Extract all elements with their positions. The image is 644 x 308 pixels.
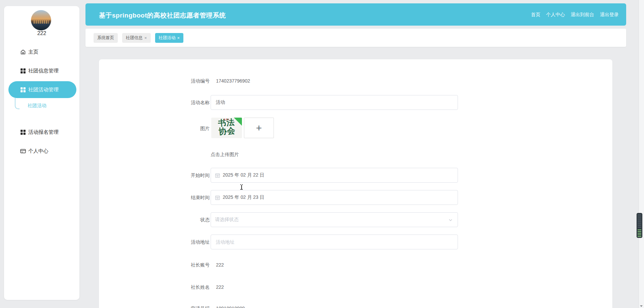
scrollbar-down-arrow-icon[interactable] (640, 305, 643, 307)
tab-club-activity[interactable]: 社团活动 × (155, 33, 184, 43)
home-icon (20, 49, 26, 55)
field-label: 开始时间 (99, 173, 210, 179)
address-input[interactable] (211, 235, 458, 249)
tab-label: 社团活动 (159, 35, 176, 41)
nav-link-logout[interactable]: 退出登录 (600, 12, 619, 18)
tab-system-home[interactable]: 系统首页 (94, 33, 118, 43)
activity-id-value: 1740237796902 (216, 78, 250, 84)
field-label: 活动名称 (99, 100, 210, 106)
start-time-datepicker[interactable]: 2025 年 02 月 22 日 (211, 168, 458, 183)
grid-icon (20, 68, 26, 74)
header-nav: 首页 个人中心 退出到前台 退出登录 (531, 12, 619, 18)
calendar-icon (215, 173, 220, 178)
page-title: 基于springboot的高校社团志愿者管理系统 (99, 11, 226, 20)
sidebar-item-home[interactable]: 主页 (4, 46, 79, 58)
field-label: 活动编号 (99, 78, 210, 84)
calendar-icon (215, 195, 220, 200)
sidebar-item-label: 社团信息管理 (28, 68, 59, 74)
close-icon[interactable]: × (177, 36, 180, 40)
field-label: 结束时间 (99, 195, 210, 201)
nav-link-exit-frontend[interactable]: 退出到前台 (571, 12, 594, 18)
end-time-value: 2025 年 02 月 23 日 (223, 194, 264, 201)
field-label: 电话号码 (99, 306, 210, 308)
scrollbar-track[interactable] (639, 0, 644, 308)
thumbnail-seal-marks (224, 119, 229, 120)
field-label: 社长账号 (99, 262, 210, 268)
end-time-datepicker[interactable]: 2025 年 02 月 23 日 (211, 190, 458, 205)
upload-hint: 点击上传图片 (211, 152, 239, 158)
nav-link-home[interactable]: 首页 (531, 12, 540, 18)
status-placeholder: 请选择状态 (215, 217, 239, 223)
sidebar-item-label: 个人中心 (28, 148, 48, 154)
field-label: 状态 (99, 217, 210, 223)
activity-name-input[interactable] (211, 95, 458, 110)
card-icon (20, 148, 26, 154)
sidebar: 222 主页 社团信息管理 社团活动管理 社团活动 (4, 6, 79, 300)
tab-club-info[interactable]: 社团信息 × (122, 33, 151, 43)
form-card: 活动编号 1740237796902 活动名称 图片 书法 协会 + 点击上传图… (99, 59, 612, 308)
submenu-connector-line (15, 98, 20, 109)
header: 基于springboot的高校社团志愿者管理系统 首页 个人中心 退出到前台 退… (85, 3, 626, 26)
sidebar-item-club-activity-mgmt[interactable]: 社团活动管理 (8, 81, 76, 98)
field-label: 图片 (99, 126, 210, 132)
sidebar-item-club-info[interactable]: 社团信息管理 (4, 65, 79, 77)
phone-value: 18918918989 (216, 306, 245, 308)
leader-name-value: 222 (216, 284, 224, 290)
sidebar-item-label: 活动报名管理 (28, 129, 59, 135)
minimap-green-stripes (638, 229, 641, 237)
nav-link-profile[interactable]: 个人中心 (546, 12, 565, 18)
sidebar-item-label: 社团活动管理 (28, 87, 59, 93)
grid-icon (20, 129, 26, 135)
tab-label: 社团信息 (126, 35, 143, 41)
scroll-minimap-widget[interactable] (637, 213, 642, 238)
avatar[interactable] (31, 10, 51, 30)
tab-label: 系统首页 (97, 35, 114, 41)
text-cursor-base (240, 189, 243, 190)
upload-image-button[interactable]: + (244, 118, 274, 138)
plus-icon: + (256, 123, 262, 133)
thumbnail-corner-badge (234, 118, 242, 126)
field-label: 社长姓名 (99, 284, 210, 290)
leader-account-value: 222 (216, 262, 224, 268)
minimap-stripes (638, 215, 641, 229)
sidebar-item-signup-mgmt[interactable]: 活动报名管理 (4, 126, 79, 138)
sidebar-item-profile[interactable]: 个人中心 (4, 145, 79, 157)
start-time-value: 2025 年 02 月 22 日 (223, 172, 264, 178)
sidebar-item-label: 主页 (28, 49, 38, 55)
field-label: 活动地址 (99, 239, 210, 245)
status-select[interactable]: 请选择状态 (211, 212, 458, 227)
close-icon[interactable]: × (144, 36, 147, 40)
chevron-down-icon (448, 218, 453, 222)
sidebar-username: 222 (4, 30, 79, 36)
sidebar-subitem-club-activity[interactable]: 社团活动 (28, 103, 46, 109)
uploaded-image-thumbnail[interactable]: 书法 协会 (211, 118, 242, 138)
tab-bar: 系统首页 社团信息 × 社团活动 × (85, 29, 626, 47)
grid-icon (20, 87, 26, 93)
